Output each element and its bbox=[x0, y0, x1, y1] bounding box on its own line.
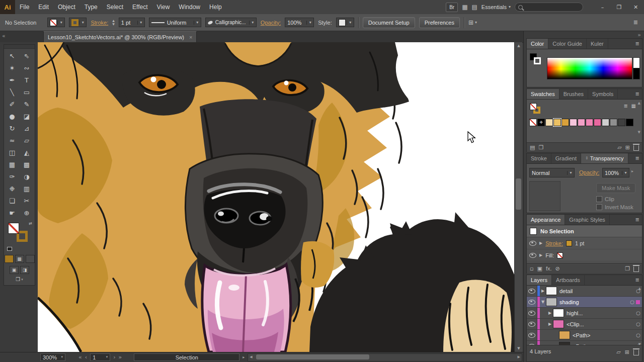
search-input[interactable] bbox=[515, 3, 583, 12]
swatch[interactable] bbox=[570, 119, 577, 126]
fill-proxy-swatch[interactable] bbox=[8, 223, 19, 234]
menu-help[interactable]: Help bbox=[205, 0, 226, 14]
target-icon[interactable]: ○ bbox=[634, 311, 642, 316]
visibility-eye-icon[interactable] bbox=[528, 311, 535, 316]
layer-row-path-1[interactable]: <Path> ○ bbox=[527, 330, 642, 341]
tool-width[interactable]: ≈ bbox=[5, 134, 20, 146]
artwork-german-shepherd[interactable] bbox=[38, 42, 514, 352]
gradient-button[interactable]: ▦ bbox=[15, 255, 24, 263]
tool-line-segment[interactable]: ╲ bbox=[5, 86, 20, 98]
fill-color-dropdown[interactable]: ▾ bbox=[47, 18, 65, 27]
prev-artboard-icon[interactable]: ‹ bbox=[85, 354, 87, 360]
tool-hand[interactable]: ☛ bbox=[5, 207, 20, 219]
swatch[interactable] bbox=[594, 119, 601, 126]
bridge-button[interactable]: Br bbox=[446, 3, 458, 12]
swatch[interactable] bbox=[626, 119, 633, 126]
layer-row-shading[interactable]: ▼ shading ○ bbox=[527, 297, 642, 308]
tool-pen[interactable]: ✒ bbox=[5, 74, 20, 86]
collapse-icon[interactable]: ▼ bbox=[540, 300, 546, 304]
invert-mask-checkbox[interactable]: Invert Mask bbox=[596, 204, 633, 210]
tab-brushes[interactable]: Brushes bbox=[559, 89, 588, 99]
make-mask-button[interactable]: Make Mask bbox=[596, 183, 635, 193]
vertical-scrollbar[interactable]: ▲ ▼ bbox=[514, 42, 522, 352]
toolbar-drag-handle[interactable] bbox=[4, 45, 35, 49]
swatch-selected[interactable] bbox=[553, 119, 561, 126]
scroll-left-icon[interactable]: ◀ bbox=[250, 355, 252, 359]
tab-appearance[interactable]: Appearance bbox=[527, 215, 565, 225]
minimize-button[interactable]: – bbox=[596, 0, 609, 14]
status-display[interactable]: Selection bbox=[134, 353, 239, 361]
swatch-registration[interactable]: ✛ bbox=[537, 119, 545, 126]
opacity-stepper-icon[interactable]: ▸ bbox=[631, 169, 633, 173]
fill-stroke-proxy[interactable]: ⇄ bbox=[4, 221, 35, 252]
menu-select[interactable]: Select bbox=[102, 0, 128, 14]
zoom-dropdown[interactable]: 300% ▾ bbox=[40, 353, 65, 361]
tab-artboards[interactable]: Artboards bbox=[552, 275, 585, 285]
first-artboard-icon[interactable]: « bbox=[78, 354, 82, 360]
visibility-eye-icon[interactable] bbox=[529, 241, 536, 246]
fill-color-swatch[interactable] bbox=[557, 252, 563, 258]
visibility-eye-icon[interactable] bbox=[529, 253, 536, 258]
draw-behind-icon[interactable]: ◨ bbox=[20, 266, 29, 274]
swatch-kinds-icon[interactable]: ❐ bbox=[538, 145, 543, 150]
layer-row-detail[interactable]: ▶ detail ○ bbox=[527, 286, 642, 297]
tab-kuler[interactable]: Kuler bbox=[587, 39, 608, 49]
opacity-label[interactable]: Opacity: bbox=[261, 20, 281, 26]
artboard-dropdown[interactable]: 1 ▾ bbox=[90, 353, 110, 361]
swatch[interactable] bbox=[561, 119, 569, 126]
tab-color-guide[interactable]: Color Guide bbox=[548, 39, 587, 49]
tab-graphic-styles[interactable]: Graphic Styles bbox=[565, 215, 610, 225]
target-icon[interactable]: ○ bbox=[634, 333, 642, 338]
tab-transparency[interactable]: ⇕ Transparency bbox=[581, 153, 628, 163]
swatch[interactable] bbox=[618, 119, 625, 126]
next-artboard-icon[interactable]: › bbox=[113, 354, 115, 360]
layer-name[interactable]: detail bbox=[559, 288, 573, 294]
panel-toggle-icon[interactable]: ≣ bbox=[633, 20, 638, 25]
swatch[interactable] bbox=[610, 119, 617, 126]
expand-icon[interactable]: ▶ bbox=[540, 289, 546, 293]
color-stroke-proxy[interactable] bbox=[534, 57, 541, 64]
stroke-weight-dropdown[interactable]: 1 pt ▾ bbox=[119, 18, 145, 27]
panel-menu-icon[interactable]: ≣ bbox=[633, 39, 642, 49]
expand-icon[interactable]: ▶ bbox=[539, 241, 542, 245]
expand-icon[interactable]: ▶ bbox=[539, 253, 542, 257]
tool-pencil[interactable]: ✎ bbox=[20, 98, 34, 110]
tool-gradient[interactable]: ▩ bbox=[20, 158, 34, 170]
appearance-fill-row[interactable]: ▶ Fill: bbox=[527, 249, 642, 261]
opacity-label[interactable]: Opacity: bbox=[579, 169, 599, 175]
tool-blob-brush[interactable]: ● bbox=[5, 110, 20, 122]
layer-name[interactable]: <Path> bbox=[573, 332, 590, 338]
restore-button[interactable]: ❐ bbox=[613, 0, 625, 14]
stroke-label[interactable]: Stroke: bbox=[545, 240, 563, 246]
status-expand-icon[interactable]: ▸ bbox=[243, 355, 245, 359]
panel-menu-icon[interactable]: ≣ bbox=[633, 153, 642, 163]
horizontal-scroll-thumb[interactable] bbox=[256, 354, 369, 359]
tab-swatches[interactable]: Swatches bbox=[527, 89, 559, 99]
tool-paintbrush[interactable]: ✐ bbox=[5, 98, 20, 110]
layer-row-highlights[interactable]: ▶ highl... ○ bbox=[527, 308, 642, 319]
layer-name[interactable]: highl... bbox=[567, 310, 583, 316]
tab-stroke[interactable]: Stroke bbox=[527, 153, 551, 163]
swatch[interactable] bbox=[545, 119, 553, 126]
expand-icon[interactable]: ▶ bbox=[547, 322, 553, 326]
stroke-weight-stepper[interactable]: ▲▼ bbox=[112, 19, 115, 26]
tool-type[interactable]: T bbox=[20, 74, 34, 86]
visibility-eye-icon[interactable] bbox=[528, 333, 535, 338]
scroll-up-icon[interactable]: ▲ bbox=[515, 42, 523, 49]
menu-window[interactable]: Window bbox=[174, 0, 205, 14]
draw-normal-icon[interactable]: ▣ bbox=[10, 266, 19, 274]
scroll-right-icon[interactable]: ▶ bbox=[518, 355, 520, 359]
target-icon[interactable]: ○ bbox=[628, 300, 636, 305]
clear-appearance-icon[interactable]: ⊘ bbox=[555, 266, 560, 272]
new-color-group-icon[interactable]: ▱ bbox=[617, 145, 621, 150]
grid-view-icon[interactable]: ▦ bbox=[631, 104, 636, 109]
scroll-up-icon[interactable]: ▲ bbox=[638, 287, 641, 291]
delete-swatch-icon[interactable] bbox=[633, 145, 639, 151]
tool-eyedropper[interactable]: ✑ bbox=[5, 170, 20, 183]
arrange-documents-icon[interactable]: ▦ bbox=[462, 4, 467, 10]
vertical-scroll-thumb[interactable] bbox=[516, 178, 521, 210]
menu-file[interactable]: File bbox=[15, 0, 34, 14]
white-swatch[interactable] bbox=[633, 57, 640, 69]
add-effect-icon[interactable]: fx. bbox=[546, 265, 552, 272]
layer-name[interactable]: shading bbox=[559, 299, 579, 305]
